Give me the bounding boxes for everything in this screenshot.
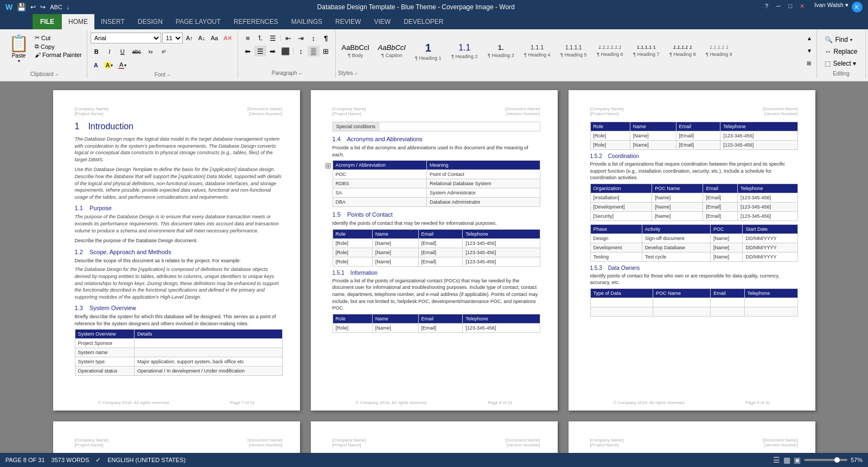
paragraph-expand[interactable]: ⌐ xyxy=(299,71,302,76)
view-normal[interactable]: ☰ xyxy=(773,456,780,464)
sort-button[interactable]: ↕ xyxy=(308,33,320,43)
language[interactable]: ENGLISH (UNITED STATES) xyxy=(107,457,186,463)
copy-button[interactable]: ⧉ Copy xyxy=(33,42,84,51)
tab-design[interactable]: DESIGN xyxy=(131,14,169,29)
find-dropdown[interactable]: ▾ xyxy=(850,37,852,42)
tab-developer[interactable]: DEVELOPER xyxy=(397,14,450,29)
copy-icon: ⧉ xyxy=(35,43,39,50)
tab-insert[interactable]: INSERT xyxy=(94,14,131,29)
highlight-button[interactable]: A▾ xyxy=(103,60,115,71)
bullets-button[interactable]: ≡ xyxy=(242,33,254,43)
tab-page-layout[interactable]: PAGE LAYOUT xyxy=(169,14,227,29)
tab-view[interactable]: VIEW xyxy=(367,14,397,29)
bold-button[interactable]: B xyxy=(91,46,103,57)
font-size-select[interactable]: 11 xyxy=(162,33,183,43)
close-btn[interactable]: ✕ xyxy=(798,2,807,10)
minimize-btn[interactable]: ─ xyxy=(774,2,783,10)
table-row xyxy=(590,307,797,316)
quick-save[interactable]: 💾 xyxy=(17,3,26,11)
style-caption[interactable]: AaBbCcI ¶ Caption xyxy=(374,33,409,69)
align-right-button[interactable]: ➡ xyxy=(267,46,279,56)
select-button[interactable]: ⬚ Select ▾ xyxy=(821,59,859,68)
table-handle[interactable]: ⊞ xyxy=(325,161,331,170)
style-heading8[interactable]: 1.1.1.1 1 ¶ Heading 8 xyxy=(665,33,700,69)
italic-button[interactable]: I xyxy=(104,46,116,57)
align-center-button[interactable]: ☰ xyxy=(254,46,266,56)
tab-mailings[interactable]: MAILINGS xyxy=(285,14,329,29)
style-heading1[interactable]: 1 ¶ Heading 1 xyxy=(411,33,445,69)
styles-scroll-down[interactable]: ▼ xyxy=(807,48,812,54)
change-case-button[interactable]: Aa xyxy=(208,33,220,43)
styles-expand[interactable]: ⌐ xyxy=(355,71,358,76)
underline-button[interactable]: U xyxy=(117,46,129,57)
page2-sub5: 1.5 Points of Contact xyxy=(333,211,540,218)
quick-custom[interactable]: ↓ xyxy=(67,4,70,10)
page1-header: [Company Name] [Project Name] [Document … xyxy=(75,106,283,116)
page1-purpose-desc: Describe the purpose of the Database Des… xyxy=(75,237,283,244)
style-heading7[interactable]: 1.1.1.1 1 ¶ Heading 7 xyxy=(629,33,663,69)
numbering-button[interactable]: ⒈ xyxy=(254,33,266,43)
align-left-button[interactable]: ⬅ xyxy=(242,46,254,56)
shading-button[interactable]: ▒ xyxy=(308,46,320,56)
style-heading6[interactable]: 1.1.1.1.1.1 ¶ Heading 6 xyxy=(592,33,627,69)
grow-font-button[interactable]: A↑ xyxy=(184,33,195,43)
style-heading3[interactable]: 1. ¶ Heading 3 xyxy=(483,33,518,69)
style-heading9[interactable]: 1.1.1.1 1 ¶ Heading 9 xyxy=(701,33,736,69)
view-web[interactable]: ▦ xyxy=(783,456,790,464)
find-button[interactable]: 🔍 Find ▾ xyxy=(821,35,855,45)
style-heading4[interactable]: 1.1.1 ¶ Heading 4 xyxy=(520,33,554,69)
format-painter-button[interactable]: 🖌 Format Painter xyxy=(33,51,84,59)
page-4[interactable]: [Company Name] [Project Name] [Document … xyxy=(53,421,300,453)
tab-review[interactable]: REVIEW xyxy=(329,14,367,29)
page-1[interactable]: [Company Name] [Project Name] [Document … xyxy=(53,90,300,411)
page3-sched-table: PhaseActivityPOCStart Date DesignSign-of… xyxy=(590,224,798,262)
page-5[interactable]: [Company Name] [Project Name] [Document … xyxy=(311,421,558,453)
replace-button[interactable]: ↔ Replace xyxy=(821,47,860,56)
styles-more[interactable]: ⊞ xyxy=(807,60,812,66)
decrease-indent-button[interactable]: ⇤ xyxy=(283,33,295,43)
style-heading2[interactable]: 1.1 ¶ Heading 2 xyxy=(447,33,482,69)
page-2[interactable]: [Company Name] [Project Name] [Document … xyxy=(311,90,558,411)
styles-scroll-up[interactable]: ▲ xyxy=(807,35,812,41)
cut-button[interactable]: ✂ Cut xyxy=(33,34,84,42)
quick-spell[interactable]: ABC xyxy=(50,4,62,10)
strikethrough-button[interactable]: abc xyxy=(130,46,144,57)
quick-undo[interactable]: ↩ xyxy=(30,3,36,11)
page-3[interactable]: [Company Name] [Project Name] [Document … xyxy=(569,90,815,411)
page3-coord-desc: Provide a list of organizations that req… xyxy=(590,161,798,181)
page2-poc-table: Role Name Email Telephone [Role][Name][E… xyxy=(333,229,540,267)
quick-redo[interactable]: ↪ xyxy=(40,3,46,11)
style-body[interactable]: AaBbCcI ¶ Body xyxy=(338,33,373,69)
view-read[interactable]: ▣ xyxy=(794,456,801,464)
increase-indent-button[interactable]: ⇥ xyxy=(295,33,307,43)
zoom-slider[interactable] xyxy=(804,459,847,461)
ribbon-group-styles: AaBbCcI ¶ Body AaBbCcI ¶ Caption 1 ¶ Hea… xyxy=(336,30,817,78)
help-btn[interactable]: ? xyxy=(762,2,771,10)
font-name-select[interactable]: Arial xyxy=(91,33,161,43)
page1-sys-desc: Briefly describe the system for which th… xyxy=(75,313,283,327)
clear-format-button[interactable]: A✕ xyxy=(221,33,234,43)
text-effect-button[interactable]: A xyxy=(91,60,101,71)
paste-button[interactable]: 📋 Paste ▾ xyxy=(5,31,32,66)
tab-references[interactable]: REFERENCES xyxy=(227,14,285,29)
table-row: [Security][Name][Email][123-345-456] xyxy=(590,211,797,220)
shrink-font-button[interactable]: A↓ xyxy=(196,33,208,43)
special-conditions: Special conditions xyxy=(333,122,540,131)
show-para-button[interactable]: ¶ xyxy=(320,33,332,43)
tab-file[interactable]: FILE xyxy=(33,14,62,29)
font-color-button[interactable]: A▾ xyxy=(116,60,129,71)
clipboard-expand[interactable]: ⌐ xyxy=(56,72,59,77)
font-expand[interactable]: ⌐ xyxy=(168,72,170,78)
page-6[interactable]: [Company Name] [Project Name] [Document … xyxy=(569,421,815,453)
paste-dropdown[interactable]: ▾ xyxy=(18,59,20,64)
spell-check-icon[interactable]: ✓ xyxy=(95,456,101,464)
line-spacing-button[interactable]: ↕ xyxy=(295,46,307,56)
style-heading5[interactable]: 1.1.1.1 ¶ Heading 5 xyxy=(556,33,591,69)
tab-home[interactable]: HOME xyxy=(62,14,94,29)
subscript-button[interactable]: x₂ xyxy=(145,46,157,57)
superscript-button[interactable]: x² xyxy=(158,46,170,57)
borders-button[interactable]: ⊞ xyxy=(320,46,332,56)
justify-button[interactable]: ⬛ xyxy=(279,46,291,56)
multilevel-button[interactable]: ☰ xyxy=(267,33,279,43)
maximize-btn[interactable]: □ xyxy=(786,2,795,10)
